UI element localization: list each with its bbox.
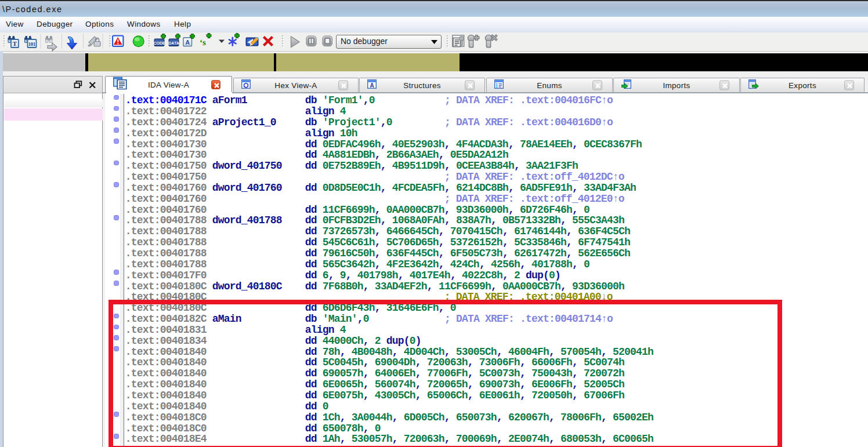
svg-text:A: A [185, 39, 190, 46]
svg-text:DATA: DATA [168, 41, 179, 45]
svg-text:101: 101 [28, 42, 35, 47]
svg-text:CODE: CODE [153, 41, 165, 45]
svg-text:T: T [13, 40, 17, 47]
svg-text:‘s: ‘s [200, 38, 206, 47]
